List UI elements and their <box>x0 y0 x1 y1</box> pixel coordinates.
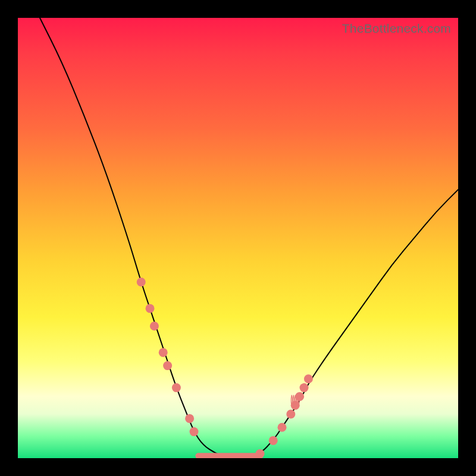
marker-dot <box>137 278 146 287</box>
marker-dot <box>295 392 304 401</box>
marker-dot <box>190 427 199 436</box>
marker-dot <box>172 383 181 392</box>
marker-dot <box>300 383 309 392</box>
marker-dot <box>150 322 159 331</box>
marker-dot <box>256 449 265 458</box>
chart-frame: TheBottleneck.com <box>0 0 476 476</box>
markers-right-group <box>256 374 313 458</box>
marker-dot <box>163 361 172 370</box>
bottleneck-curve <box>18 18 458 458</box>
marker-dot <box>159 348 168 357</box>
marker-dot <box>286 410 295 419</box>
curve-line <box>40 18 458 458</box>
plot-area: TheBottleneck.com <box>18 18 458 458</box>
marker-dot <box>269 436 278 445</box>
marker-dot <box>185 414 194 423</box>
markers-left-group <box>137 278 199 437</box>
marker-dot <box>278 423 287 432</box>
marker-dot <box>291 401 300 410</box>
marker-dot <box>146 304 155 313</box>
marker-dot <box>304 374 313 383</box>
